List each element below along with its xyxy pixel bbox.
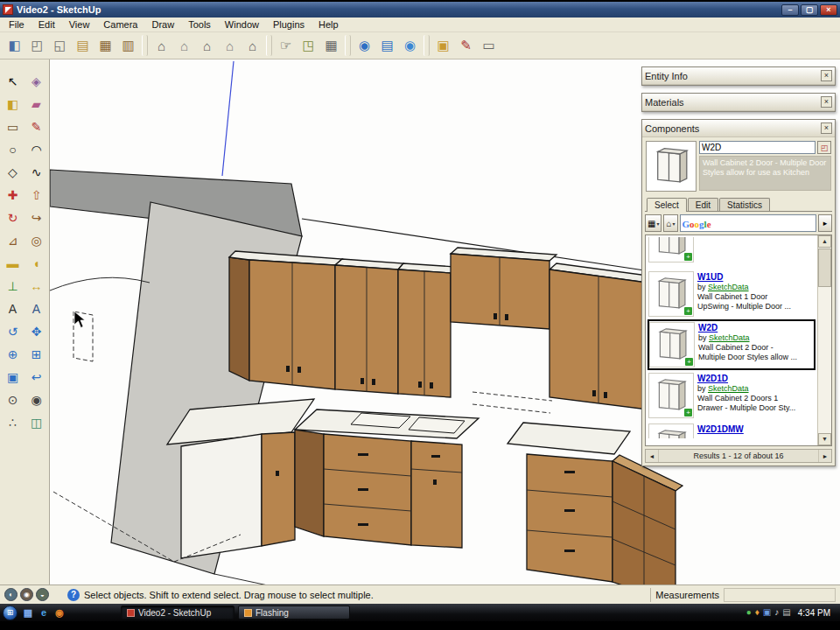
component-name-link[interactable]: W2D1DMW <box>697 424 744 435</box>
box-icon[interactable]: ▥ <box>117 35 139 57</box>
antivirus-icon[interactable]: ● <box>746 606 752 620</box>
measurements-input[interactable] <box>724 588 836 602</box>
scroll-down-icon[interactable]: ▼ <box>818 433 831 445</box>
internet-explorer-icon[interactable]: e <box>36 606 52 620</box>
rectangle-tool-icon[interactable]: ▭ <box>2 116 24 137</box>
volume-icon[interactable]: ♪ <box>774 606 779 620</box>
credit-icon[interactable]: ◉ <box>20 588 33 601</box>
messenger-icon[interactable]: ▤ <box>782 606 790 620</box>
component-list-item[interactable]: + W2D1DMW <box>648 421 816 438</box>
tape-measure-tool-icon[interactable]: ▬ <box>2 252 24 274</box>
paint-box-icon[interactable]: ▭ <box>478 35 500 57</box>
get-models-globe-icon[interactable]: ◉ <box>354 35 375 57</box>
polygon-tool-icon[interactable]: ◇ <box>2 161 24 183</box>
circle-tool-icon[interactable]: ○ <box>2 138 24 160</box>
view-back-icon[interactable]: ⌂ <box>242 35 263 57</box>
title-bar[interactable]: Video2 - SketchUp – ▢ × <box>0 2 840 18</box>
top-cube-icon[interactable]: ◰ <box>26 35 48 57</box>
menu-item[interactable]: Plugins <box>266 18 312 31</box>
menu-item[interactable]: File <box>2 18 32 31</box>
walk-tool-icon[interactable]: ∴ <box>2 411 24 433</box>
components-tab[interactable]: Select <box>647 198 687 212</box>
3d-text-tool-icon[interactable]: A <box>25 298 48 319</box>
view-front-icon[interactable]: ⌂ <box>196 35 218 57</box>
move-tool-icon[interactable]: ✚ <box>2 184 24 206</box>
component-list-item[interactable]: + W2D by SketchData Wall Cabinet 2 Door … <box>648 319 816 370</box>
menu-item[interactable]: Window <box>218 18 266 31</box>
position-camera-tool-icon[interactable]: ⊙ <box>2 388 24 410</box>
brick-box-icon[interactable]: ▦ <box>94 35 116 57</box>
component-search-box[interactable]: Google <box>680 214 816 232</box>
look-around-tool-icon[interactable]: ◉ <box>25 388 48 410</box>
maximize-button[interactable]: ▢ <box>801 4 818 16</box>
pan-tool-icon[interactable]: ✥ <box>25 320 48 342</box>
component-name-link[interactable]: W2D <box>698 322 797 333</box>
orbit-tool-icon[interactable]: ↺ <box>2 320 24 342</box>
start-button[interactable]: ⊞ <box>3 606 18 620</box>
scroll-up-icon[interactable]: ▲ <box>818 235 831 248</box>
text-tool-icon[interactable]: A <box>2 298 24 319</box>
previous-view-tool-icon[interactable]: ↩ <box>25 366 48 388</box>
eraser-tool-icon[interactable]: ▰ <box>25 93 48 115</box>
upload-globe-icon[interactable]: ◉ <box>399 35 421 57</box>
menu-item[interactable]: Tools <box>181 18 218 31</box>
materials-close-icon[interactable]: × <box>821 96 832 108</box>
component-search-input[interactable] <box>711 217 814 229</box>
menu-item[interactable]: Draw <box>144 18 181 31</box>
menu-item[interactable]: Edit <box>32 18 62 31</box>
line-tool-icon[interactable]: ✎ <box>25 116 48 137</box>
zoom-tool-icon[interactable]: ⊕ <box>2 343 24 365</box>
follow-me-tool-icon[interactable]: ↪ <box>25 206 48 228</box>
protractor-tool-icon[interactable]: ◖ <box>25 252 48 274</box>
taskbar-task-button[interactable]: Video2 - SketchUp <box>121 606 234 620</box>
secondary-pane-icon[interactable]: ◰ <box>817 141 831 154</box>
section-plane-tool-icon[interactable]: ◫ <box>25 411 48 433</box>
zoom-extents-tool-icon[interactable]: ▣ <box>2 366 24 388</box>
offset-tool-icon[interactable]: ◎ <box>25 229 48 251</box>
export-model-icon[interactable]: ◳ <box>298 35 319 57</box>
rotate-tool-icon[interactable]: ↻ <box>2 206 24 228</box>
network-icon[interactable]: ▣ <box>763 606 771 620</box>
in-model-button[interactable]: ⌂ ▾ <box>663 214 677 232</box>
share-model-icon[interactable]: ▤ <box>376 35 398 57</box>
component-name-field[interactable] <box>699 141 816 154</box>
author-link[interactable]: SketchData <box>709 333 750 342</box>
component-description-field[interactable]: Wall Cabinet 2 Door - Multiple Door Styl… <box>699 156 831 191</box>
component-name-link[interactable]: W2D1D <box>697 373 795 384</box>
freehand-tool-icon[interactable]: ∿ <box>25 161 48 183</box>
menu-item[interactable]: Help <box>312 18 346 31</box>
author-link[interactable]: SketchData <box>708 384 749 393</box>
entity-info-close-icon[interactable]: × <box>821 70 832 81</box>
author-link[interactable]: SketchData <box>708 283 749 291</box>
materials-header[interactable]: Materials × <box>642 94 835 111</box>
component-list-item[interactable]: + Wall Cabinet 1 Door Microwave - Multip… <box>648 237 816 269</box>
component-name-link[interactable]: W1UD <box>697 271 791 283</box>
component-list-item[interactable]: + W2D1D by SketchData Wall Cabinet 2 Doo… <box>648 370 816 421</box>
entity-info-header[interactable]: Entity Info × <box>642 67 835 85</box>
paint-bucket-tool-icon[interactable]: ◧ <box>2 93 24 115</box>
front-cube-icon[interactable]: ◱ <box>49 35 71 57</box>
scrollbar-thumb[interactable] <box>818 248 831 287</box>
push-pull-tool-icon[interactable]: ⇧ <box>25 184 48 206</box>
component-thumbnail[interactable]: + <box>649 322 695 368</box>
search-go-button[interactable]: ▸ <box>818 214 832 232</box>
scale-tool-icon[interactable]: ⊿ <box>2 229 24 251</box>
browser-icon[interactable]: ◉ <box>52 606 67 620</box>
view-iso-icon[interactable]: ⌂ <box>150 35 172 57</box>
zoom-window-tool-icon[interactable]: ⊞ <box>25 343 48 365</box>
close-button[interactable]: × <box>820 4 837 16</box>
view-top-icon[interactable]: ⌂ <box>173 35 195 57</box>
select-tool-icon[interactable]: ↖ <box>2 70 24 92</box>
menu-item[interactable]: Camera <box>96 18 144 31</box>
component-thumbnail[interactable]: + <box>648 424 694 438</box>
components-tab[interactable]: Edit <box>688 198 718 211</box>
component-thumbnail[interactable]: + <box>648 373 694 418</box>
component-thumbnail[interactable]: + <box>648 237 694 262</box>
geolocation-icon[interactable]: ◐ <box>4 588 18 601</box>
axes-tool-icon[interactable]: ⊥ <box>2 275 24 297</box>
taskbar-task-button[interactable]: Flashing <box>238 606 350 620</box>
view-options-button[interactable]: ▦ ▾ <box>645 214 662 232</box>
iso-cube-icon[interactable]: ◧ <box>4 35 25 57</box>
view-right-icon[interactable]: ⌂ <box>219 35 241 57</box>
grid-icon[interactable]: ▦ <box>320 35 342 57</box>
